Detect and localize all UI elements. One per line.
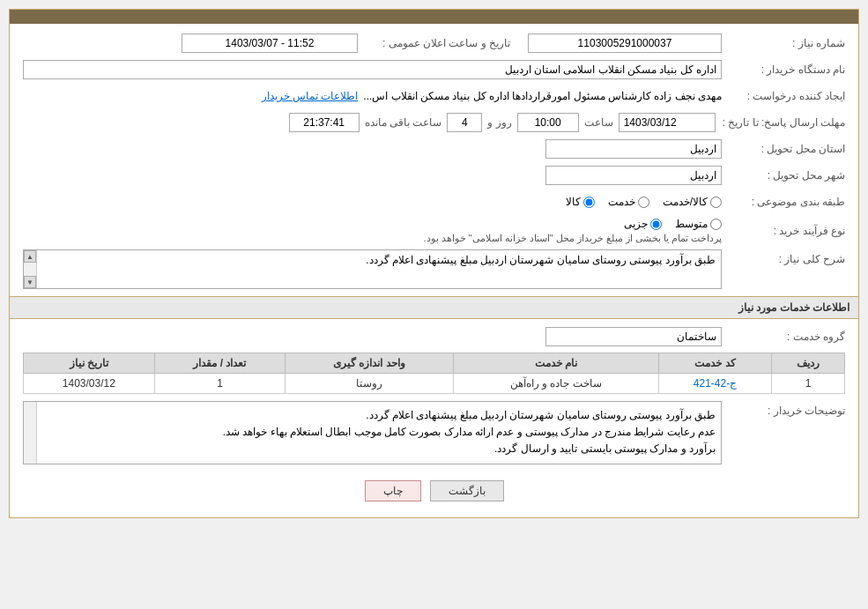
col-header-0: ردیف (772, 353, 845, 374)
grooh-input[interactable] (545, 327, 722, 346)
radio-kala-khadamat-input[interactable] (710, 197, 722, 208)
radio-khadamat-label: خدمت (608, 196, 635, 208)
namDastgah-row: نام دستگاه خریدار : (23, 59, 845, 80)
shahr-label: شهر محل تحویل : (722, 169, 845, 182)
footer-buttons: بازگشت چاپ (23, 470, 845, 509)
tozihat-text: طبق برآورد پیوستی روستای سامیان شهرستان … (223, 409, 716, 455)
table-body: 1ج-42-421ساخت جاده و راه‌آهنروستا11403/0… (24, 374, 845, 394)
tozihat-row: توضیحات خریدار : طبق برآورد پیوستی روستا… (23, 401, 845, 464)
tozihat-scrollbar (24, 402, 37, 464)
col-header-2: نام خدمت (453, 353, 658, 374)
farayand-desc: پرداخت تمام یا بخشی از مبلغ خریداز محل "… (23, 233, 722, 244)
radio-kala[interactable]: کالا (566, 196, 595, 208)
table-cell-0-4: 1 (154, 374, 286, 394)
shomareNiaz-row: شماره نیاز : تاریخ و ساعت اعلان عمومی : (23, 33, 845, 54)
sharh-label: شرح کلی نیاز : (722, 249, 845, 265)
namDastgah-label: نام دستگاه خریدار : (722, 63, 845, 76)
noeFarayand-label: نوع فرآیند خرید : (722, 225, 845, 237)
table-cell-0-0: 1 (772, 374, 845, 394)
mohlatErsal-value-wrapper: ساعت روز و ساعت باقی مانده (23, 113, 716, 132)
table-row: 1ج-42-421ساخت جاده و راه‌آهنروستا11403/0… (24, 374, 845, 394)
shomareNiaz-value-wrapper: تاریخ و ساعت اعلان عمومی : (23, 33, 722, 53)
radio-motevaset-input[interactable] (710, 219, 722, 230)
radio-kala-khadamat-label: کالا/خدمت (663, 196, 708, 208)
header-title (10, 10, 858, 24)
namDastgah-value-wrapper (23, 60, 722, 79)
col-header-4: تعداد / مقدار (154, 353, 286, 374)
ostan-input[interactable] (545, 139, 722, 159)
page-wrapper: شماره نیاز : تاریخ و ساعت اعلان عمومی : … (0, 0, 868, 527)
baghimande-label: ساعت باقی مانده (365, 116, 442, 129)
namDastgah-input[interactable] (23, 60, 722, 79)
noeFarayand-value-wrapper: متوسط جزیی پرداخت تمام یا بخشی از مبلغ خ… (23, 218, 722, 244)
mohlatErsal-label: مهلت ارسال پاسخ: تا تاریخ : (716, 116, 845, 129)
radio-kala-label: کالا (566, 196, 581, 208)
grooh-row: گروه خدمت : (23, 326, 845, 347)
ostan-value-wrapper (23, 139, 722, 159)
table-cell-0-2: ساخت جاده و راه‌آهن (453, 374, 658, 394)
shomareNiaz-label: شماره نیاز : (722, 37, 845, 49)
date-input[interactable] (619, 113, 716, 132)
tozihat-label: توضیحات خریدار : (722, 401, 845, 417)
shahr-row: شهر محل تحویل : (23, 165, 845, 186)
table-cell-0-3: روستا (286, 374, 453, 394)
ostan-row: استان محل تحویل : (23, 138, 845, 160)
scroll-up-btn[interactable]: ▲ (24, 250, 36, 263)
saat-input[interactable] (517, 113, 579, 132)
col-header-5: تاریخ نیاز (24, 353, 155, 374)
radio-motevaset[interactable]: متوسط (675, 218, 722, 230)
radio-kala-input[interactable] (583, 197, 595, 208)
tarikhoSaat-input[interactable] (182, 33, 358, 53)
shomareNiaz-input[interactable] (528, 33, 722, 53)
col-header-1: کد خدمت (659, 353, 772, 374)
ijanKonnande-label: ایجاد کننده درخواست : (722, 90, 845, 102)
grooh-value-wrapper (23, 327, 722, 346)
noeFarayand-row: نوع فرآیند خرید : متوسط جزیی پرداخت تمام… (23, 218, 845, 244)
rooz-input[interactable] (447, 113, 482, 132)
saat-label: ساعت (584, 116, 613, 129)
services-table: ردیفکد خدمتنام خدمتواحد اندازه گیریتعداد… (23, 353, 845, 394)
ijanKonnande-value-wrapper: مهدی نجف زاده کارشناس مسئول امورقرارداده… (23, 90, 722, 102)
radio-jozii-input[interactable] (650, 219, 662, 230)
radio-motevaset-label: متوسط (675, 218, 708, 230)
back-button[interactable]: بازگشت (430, 480, 504, 501)
grooh-label: گروه خدمت : (722, 330, 845, 343)
radio-khadamat-input[interactable] (638, 197, 649, 208)
print-button[interactable]: چاپ (365, 480, 421, 501)
sharh-scrollbar: ▲ ▼ (24, 250, 37, 288)
radio-jozii-label: جزیی (624, 218, 648, 230)
ostan-label: استان محل تحویل : (722, 143, 845, 155)
shahr-value-wrapper (23, 166, 722, 185)
tabaghe-label: طبقه بندی موضوعی : (722, 196, 845, 208)
shahr-input[interactable] (545, 166, 722, 185)
table-cell-0-1: ج-42-421 (659, 374, 772, 394)
tabaghe-row: طبقه بندی موضوعی : کالا/خدمت خدمت کالا (23, 191, 845, 212)
sharh-textarea[interactable]: ▲ ▼ طبق برآورد پیوستی روستای سامیان شهرس… (23, 249, 722, 289)
ijanKonnande-link[interactable]: اطلاعات تماس خریدار (262, 90, 359, 102)
rooz-label: روز و (487, 116, 511, 129)
radio-kala-khadamat[interactable]: کالا/خدمت (663, 196, 722, 208)
khadamat-section-header: اطلاعات خدمات مورد نیاز (10, 296, 858, 319)
content-area: شماره نیاز : تاریخ و ساعت اعلان عمومی : … (10, 24, 858, 517)
tozihat-box[interactable]: طبق برآورد پیوستی روستای سامیان شهرستان … (23, 401, 722, 464)
scroll-down-btn[interactable]: ▼ (24, 276, 36, 288)
ijanKonnande-row: ایجاد کننده درخواست : مهدی نجف زاده کارش… (23, 85, 845, 107)
sharh-text: طبق برآورد پیوستی روستای سامیان شهرستان … (366, 254, 716, 266)
table-cell-0-5: 1403/03/12 (24, 374, 155, 394)
table-header-row: ردیفکد خدمتنام خدمتواحد اندازه گیریتعداد… (24, 353, 845, 374)
sharh-row: شرح کلی نیاز : ▲ ▼ طبق برآورد پیوستی روس… (23, 249, 845, 289)
tabaghe-value-wrapper: کالا/خدمت خدمت کالا (23, 196, 722, 208)
radio-khadamat[interactable]: خدمت (608, 196, 649, 208)
tozihat-value-wrapper: طبق برآورد پیوستی روستای سامیان شهرستان … (23, 401, 722, 464)
table-head: ردیفکد خدمتنام خدمتواحد اندازه گیریتعداد… (24, 353, 845, 374)
tarikhoSaat-label: تاریخ و ساعت اعلان عمومی : (375, 37, 510, 49)
mohlatErsal-row: مهلت ارسال پاسخ: تا تاریخ : ساعت روز و س… (23, 112, 845, 133)
sharh-value-wrapper: ▲ ▼ طبق برآورد پیوستی روستای سامیان شهرس… (23, 249, 722, 289)
ijanKonnande-text: مهدی نجف زاده کارشناس مسئول امورقرارداده… (363, 90, 722, 102)
radio-jozii[interactable]: جزیی (624, 218, 662, 230)
baghimande-input[interactable] (289, 113, 360, 132)
main-box: شماره نیاز : تاریخ و ساعت اعلان عمومی : … (9, 9, 859, 518)
col-header-3: واحد اندازه گیری (286, 353, 453, 374)
